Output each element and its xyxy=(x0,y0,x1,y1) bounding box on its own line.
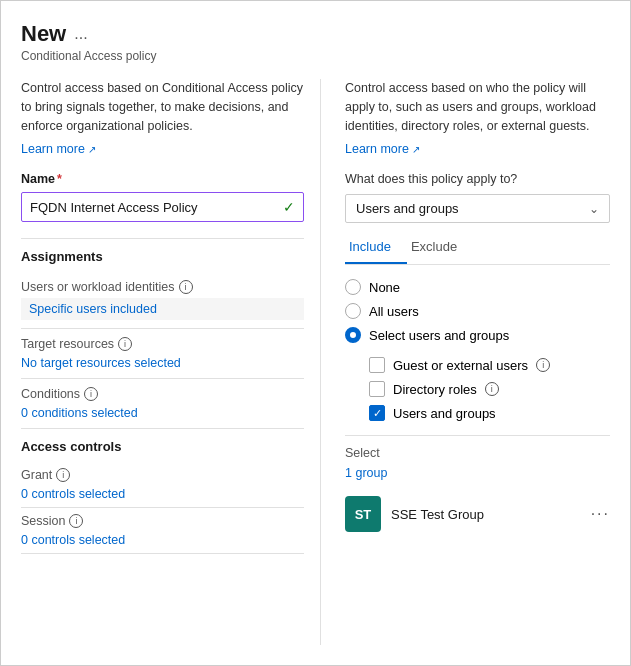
checkbox-guest[interactable]: Guest or external users i xyxy=(369,357,610,373)
page-title: New xyxy=(21,21,66,47)
radio-all-users[interactable]: All users xyxy=(345,303,610,319)
target-resources-item: Target resources i No target resources s… xyxy=(21,329,304,379)
target-item-header: Target resources i xyxy=(21,337,304,351)
conditions-item-header: Conditions i xyxy=(21,387,304,401)
users-item-value[interactable]: Specific users included xyxy=(21,298,304,320)
grant-info-icon[interactable]: i xyxy=(56,468,70,482)
policy-dropdown[interactable]: Users and groups ⌄ xyxy=(345,194,610,223)
users-assignment-item: Users or workload identities i Specific … xyxy=(21,272,304,329)
conditions-item: Conditions i 0 conditions selected xyxy=(21,379,304,429)
name-field-label: Name* xyxy=(21,172,304,186)
chevron-down-icon: ⌄ xyxy=(589,202,599,216)
session-item: Session i 0 controls selected xyxy=(21,508,304,554)
guest-info-icon[interactable]: i xyxy=(536,358,550,372)
users-item-header: Users or workload identities i xyxy=(21,280,304,294)
access-controls-title: Access controls xyxy=(21,439,304,454)
right-external-link-icon: ↗ xyxy=(412,144,420,155)
checkbox-directory-box xyxy=(369,381,385,397)
main-card: New ... Conditional Access policy Contro… xyxy=(0,0,631,666)
left-description: Control access based on Conditional Acce… xyxy=(21,79,304,135)
access-controls-section: Access controls Grant i 0 controls selec… xyxy=(21,429,304,554)
right-description: Control access based on who the policy w… xyxy=(345,79,610,135)
radio-select-users[interactable]: Select users and groups xyxy=(345,327,610,343)
conditions-info-icon[interactable]: i xyxy=(84,387,98,401)
check-icon: ✓ xyxy=(283,199,295,215)
more-options-button[interactable]: ... xyxy=(74,25,87,43)
users-info-icon[interactable]: i xyxy=(179,280,193,294)
checkbox-directory[interactable]: Directory roles i xyxy=(369,381,610,397)
left-column: Control access based on Conditional Acce… xyxy=(21,79,321,645)
policy-question: What does this policy apply to? xyxy=(345,172,610,186)
group-more-options-button[interactable]: ··· xyxy=(591,505,610,523)
radio-select-circle xyxy=(345,327,361,343)
name-input[interactable]: FQDN Internet Access Policy ✓ xyxy=(21,192,304,222)
right-learn-more-link[interactable]: Learn more ↗ xyxy=(345,142,420,156)
checkbox-users-groups[interactable]: ✓ Users and groups xyxy=(369,405,610,421)
radio-none[interactable]: None xyxy=(345,279,610,295)
page-subtitle: Conditional Access policy xyxy=(21,49,610,63)
avatar: ST xyxy=(345,496,381,532)
two-column-layout: Control access based on Conditional Acce… xyxy=(21,79,610,645)
tab-exclude[interactable]: Exclude xyxy=(407,233,473,264)
radio-none-circle xyxy=(345,279,361,295)
grant-item-value[interactable]: 0 controls selected xyxy=(21,487,125,501)
checkbox-users-box: ✓ xyxy=(369,405,385,421)
select-section: Select 1 group ST SSE Test Group ··· xyxy=(345,435,610,538)
group-name: SSE Test Group xyxy=(391,507,581,522)
radio-all-circle xyxy=(345,303,361,319)
session-item-header: Session i xyxy=(21,514,304,528)
group-item: ST SSE Test Group ··· xyxy=(345,490,610,538)
session-info-icon[interactable]: i xyxy=(69,514,83,528)
tab-include[interactable]: Include xyxy=(345,233,407,264)
external-link-icon: ↗ xyxy=(88,144,96,155)
select-count[interactable]: 1 group xyxy=(345,466,610,480)
left-learn-more-link[interactable]: Learn more ↗ xyxy=(21,142,96,156)
target-info-icon[interactable]: i xyxy=(118,337,132,351)
include-exclude-tabs: Include Exclude xyxy=(345,233,610,265)
checkbox-guest-box xyxy=(369,357,385,373)
assignments-title: Assignments xyxy=(21,249,304,264)
assignments-section: Assignments Users or workload identities… xyxy=(21,238,304,429)
header-row: New ... xyxy=(21,21,610,47)
radio-group: None All users Select users and groups xyxy=(345,279,610,343)
conditions-item-value[interactable]: 0 conditions selected xyxy=(21,406,138,420)
right-column: Control access based on who the policy w… xyxy=(341,79,610,645)
grant-item: Grant i 0 controls selected xyxy=(21,462,304,508)
directory-info-icon[interactable]: i xyxy=(485,382,499,396)
grant-item-header: Grant i xyxy=(21,468,304,482)
session-item-value[interactable]: 0 controls selected xyxy=(21,533,125,547)
select-label: Select xyxy=(345,446,610,460)
checkbox-group: Guest or external users i Directory role… xyxy=(345,357,610,421)
target-item-value[interactable]: No target resources selected xyxy=(21,356,181,370)
